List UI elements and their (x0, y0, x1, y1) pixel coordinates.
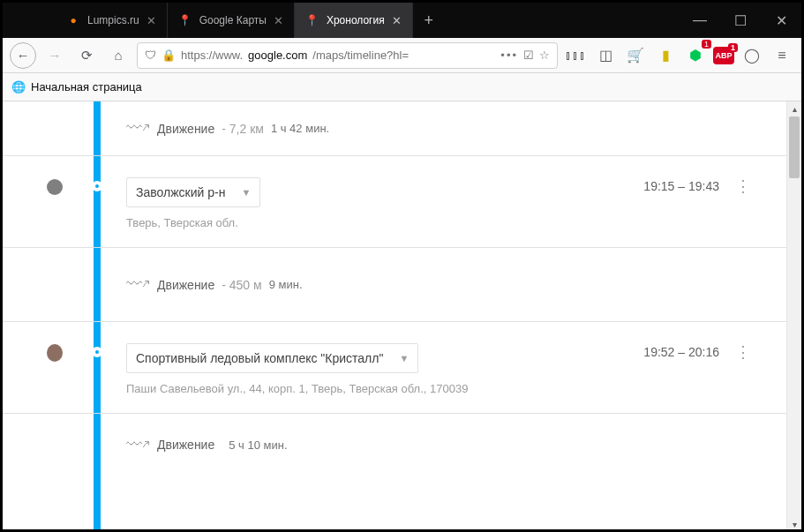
scroll-thumb[interactable] (789, 116, 800, 178)
timeline-segment-place: Заволжский р-н ▼ Тверь, Тверская обл. 19… (3, 156, 786, 248)
tab-2-label: Google Карты (199, 14, 267, 26)
url-domain: google.com (248, 49, 307, 62)
lock-icon: 🔒 (162, 49, 176, 62)
place-selector[interactable]: Заволжский р-н ▼ (126, 177, 260, 207)
more-options-icon[interactable]: ⋮ (735, 348, 751, 356)
tab-1[interactable]: ● Lumpics.ru ✕ (56, 3, 168, 38)
place-address: Тверь, Тверская обл. (126, 216, 260, 229)
place-name: Спортивный ледовый комплекс "Кристалл" (136, 351, 383, 365)
url-path: /maps/timeline?hl= (312, 49, 409, 62)
url-prefix: https://www. (181, 49, 243, 62)
vertical-scrollbar[interactable]: ▴ ▾ (786, 101, 801, 532)
trending-icon: 〰↗ (126, 275, 150, 294)
navbar: ← → ⟳ ⌂ 🛡 🔒 https://www.google.com/maps/… (3, 38, 801, 73)
ext-badge: 1 (702, 40, 711, 49)
caret-down-icon: ▼ (399, 353, 409, 363)
moving-duration: 9 мин. (269, 278, 303, 291)
place-marker-icon (47, 345, 63, 361)
titlebar: ● Lumpics.ru ✕ 📍 Google Карты ✕ 📍 Хронол… (3, 3, 801, 38)
page-action-dots-icon[interactable]: ••• (500, 49, 518, 62)
moving-distance: - 7,2 км (222, 122, 264, 136)
cart-icon[interactable]: 🛒 (623, 43, 648, 68)
home-button[interactable]: ⌂ (105, 42, 131, 69)
reader-icon[interactable]: ☑ (523, 49, 534, 62)
trending-icon: 〰↗ (126, 119, 150, 138)
timeline-segment-moving: 〰↗ Движение - 7,2 км 1 ч 42 мин. (3, 101, 786, 156)
tab-1-label: Lumpics.ru (87, 14, 139, 26)
sidebar-icon[interactable]: ◫ (593, 43, 618, 68)
tab-2[interactable]: 📍 Google Карты ✕ (168, 3, 295, 38)
window-controls: — ☐ ✕ (680, 3, 801, 38)
app-menu-icon[interactable]: ≡ (770, 43, 794, 68)
moving-label: Движение (157, 278, 214, 292)
tab-3[interactable]: 📍 Хронология ✕ (295, 3, 413, 38)
timeline-dot-icon (92, 181, 102, 191)
timeline-segment-moving: 〰↗ Движение - 450 м 9 мин. (3, 248, 786, 322)
back-button[interactable]: ← (10, 42, 36, 69)
close-icon[interactable]: ✕ (274, 14, 283, 27)
page-content: 〰↗ Движение - 7,2 км 1 ч 42 мин. Заволжс… (3, 101, 801, 532)
moving-label: Движение (157, 438, 214, 452)
favicon-timeline: 📍 (305, 13, 319, 27)
place-time-range: 19:15 – 19:43 (643, 179, 719, 193)
shield-icon: 🛡 (145, 49, 156, 62)
library-icon[interactable]: ⫾⫾⫾ (563, 43, 588, 68)
place-marker-icon (47, 179, 63, 195)
place-name: Заволжский р-н (136, 185, 225, 199)
tab-strip-spacer (3, 3, 56, 38)
moving-duration: 5 ч 10 мин. (229, 438, 287, 452)
bookmarks-bar: 🌐 Начальная страница (3, 73, 801, 101)
trending-icon: 〰↗ (126, 436, 150, 454)
bookmark-home[interactable]: Начальная страница (31, 80, 142, 94)
maximize-button[interactable]: ☐ (720, 3, 761, 38)
close-icon[interactable]: ✕ (392, 14, 402, 27)
favicon-gmaps: 📍 (178, 13, 192, 27)
moving-label: Движение (157, 122, 214, 136)
forward-button[interactable]: → (41, 42, 68, 69)
place-time-range: 19:52 – 20:16 (643, 345, 719, 359)
ext-badge: 1 (728, 43, 738, 52)
close-icon[interactable]: ✕ (147, 14, 156, 27)
globe-icon: 🌐 (11, 80, 26, 94)
favicon-lumpics: ● (66, 13, 80, 27)
timeline-segment-moving: 〰↗ Движение 5 ч 10 мин. (3, 414, 786, 476)
shield-ext-icon[interactable]: ⬢1 (683, 43, 708, 68)
timeline-list: 〰↗ Движение - 7,2 км 1 ч 42 мин. Заволжс… (3, 101, 786, 532)
caret-down-icon: ▼ (241, 187, 251, 198)
bookmark-star-icon[interactable]: ☆ (539, 49, 550, 62)
scroll-up-icon[interactable]: ▴ (787, 101, 801, 116)
account-icon[interactable]: ◯ (740, 43, 764, 68)
place-selector[interactable]: Спортивный ледовый комплекс "Кристалл" ▼ (126, 343, 418, 373)
close-window-button[interactable]: ✕ (761, 3, 801, 38)
minimize-button[interactable]: — (680, 3, 720, 38)
url-bar[interactable]: 🛡 🔒 https://www.google.com/maps/timeline… (137, 42, 558, 69)
reload-button[interactable]: ⟳ (73, 42, 100, 69)
tab-3-label: Хронология (327, 14, 385, 26)
timeline-segment-place: Спортивный ледовый комплекс "Кристалл" ▼… (3, 322, 786, 414)
moving-duration: 1 ч 42 мин. (271, 122, 329, 135)
more-options-icon[interactable]: ⋮ (735, 183, 751, 191)
moving-distance: - 450 м (222, 278, 261, 292)
timeline-dot-icon (92, 347, 102, 357)
abp-icon[interactable]: ABP1 (713, 47, 734, 64)
new-tab-button[interactable]: + (413, 3, 445, 38)
place-address: Паши Савельевой ул., 44, корп. 1, Тверь,… (126, 382, 468, 395)
scroll-down-icon[interactable]: ▾ (787, 517, 801, 532)
flag-icon[interactable]: ▮ (653, 43, 678, 68)
